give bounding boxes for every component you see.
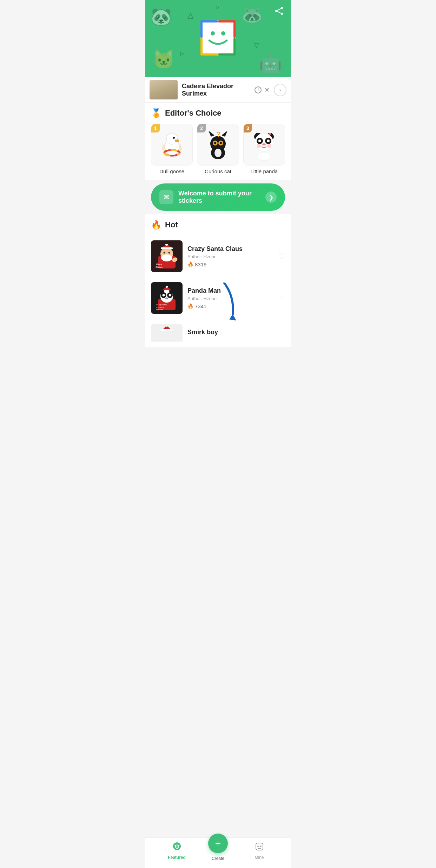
svg-text:Ready for my: Ready for my <box>156 304 167 306</box>
submit-text: Welcome to submit your stickers <box>178 190 260 205</box>
svg-point-20 <box>173 137 175 139</box>
editors-choice-icon: 🏅 <box>151 108 161 118</box>
ad-arrow-button[interactable]: › <box>274 84 286 96</box>
svg-point-18 <box>166 133 178 144</box>
svg-rect-12 <box>233 20 236 38</box>
deco-triangle-2: ▷ <box>180 51 184 56</box>
submit-banner[interactable]: ✉ Welcome to submit your stickers ❯ <box>151 183 285 211</box>
svg-rect-47 <box>161 247 173 249</box>
svg-rect-10 <box>200 20 203 38</box>
hot-score-icon-1: 🔥 <box>187 261 193 267</box>
heart-icon-1[interactable]: ♡ <box>278 252 285 261</box>
ad-close-icon[interactable]: ✕ <box>264 86 270 94</box>
ad-info-icon[interactable]: i <box>255 86 262 93</box>
svg-rect-8 <box>200 53 218 56</box>
hot-title-1: Crazy Santa Claus <box>187 245 273 253</box>
svg-rect-11 <box>200 38 203 56</box>
hot-item-3[interactable]: Smirk boy <box>151 319 285 342</box>
editors-choice-title: Editor's Choice <box>165 109 221 118</box>
svg-point-43 <box>258 152 270 161</box>
sticker-grid: 1 Dull goose <box>151 124 285 174</box>
hot-score-1: 🔥 8319 <box>187 261 273 267</box>
ad-title: Cadeira Elevador Surimex <box>182 83 250 97</box>
hot-thumb-1: Merry Christ... <box>151 240 183 272</box>
svg-marker-26 <box>222 131 227 137</box>
svg-line-4 <box>276 11 282 14</box>
svg-point-38 <box>258 140 261 142</box>
hot-item-1[interactable]: Merry Christ... Crazy Santa Claus Author… <box>151 235 285 277</box>
svg-point-40 <box>262 143 266 145</box>
hot-thumb-2: Ready for my Christmas present!! <box>151 282 183 314</box>
sticker-name-2: Curious cat <box>205 168 231 174</box>
svg-point-39 <box>267 140 270 142</box>
svg-point-15 <box>221 31 225 35</box>
sticker-thumb-2: 2 <box>197 124 239 166</box>
sticker-name-1: Dull goose <box>159 168 184 174</box>
svg-rect-9 <box>218 53 236 56</box>
editors-choice-header: 🏅 Editor's Choice <box>151 108 285 118</box>
header-banner: 🐼 △ ○ 🦝 🐱 ▷ 🤖 ▽ <box>145 0 291 77</box>
svg-point-29 <box>214 142 216 144</box>
hot-score-value-2: 7341 <box>195 303 206 309</box>
svg-point-50 <box>161 254 172 261</box>
hot-item-2[interactable]: Ready for my Christmas present!! Panda M… <box>151 277 285 319</box>
hot-score-icon-2: 🔥 <box>187 303 193 309</box>
svg-point-30 <box>220 142 222 144</box>
hot-info-3: Smirk boy <box>187 329 285 337</box>
app-logo <box>199 19 237 59</box>
svg-point-51 <box>164 252 165 254</box>
svg-text:♥: ♥ <box>268 131 272 137</box>
hot-author-2: Author: Hzone <box>187 296 273 301</box>
sticker-rank-3: 3 <box>244 124 252 132</box>
sticker-card-3[interactable]: 3 <box>243 124 285 174</box>
sticker-rank-2: 2 <box>197 124 206 132</box>
hot-score-value-1: 8319 <box>195 261 206 267</box>
svg-text:?: ? <box>216 130 220 138</box>
svg-marker-25 <box>209 131 214 137</box>
hot-title-3: Smirk boy <box>187 329 285 336</box>
hot-thumb-3 <box>151 324 183 342</box>
svg-point-32 <box>214 149 222 157</box>
heart-icon-2[interactable]: ♡ <box>278 293 285 303</box>
deco-cat: 🐱 <box>152 49 175 70</box>
hot-info-2: Panda Man Author: Hzone 🔥 7341 <box>187 287 273 309</box>
submit-arrow: ❯ <box>265 192 277 203</box>
hot-title: Hot <box>165 220 178 229</box>
ad-controls: i ✕ <box>255 86 270 94</box>
svg-point-52 <box>169 252 170 254</box>
sticker-name-3: Little panda <box>251 168 278 174</box>
deco-robot: 🤖 <box>259 52 282 74</box>
hot-score-2: 🔥 7341 <box>187 303 273 309</box>
deco-circle-1: ○ <box>216 4 219 11</box>
sticker-card-2[interactable]: 2 <box>197 124 239 174</box>
svg-rect-19 <box>175 140 179 142</box>
deco-panda-1: 🐼 <box>151 7 172 27</box>
svg-point-66 <box>165 298 168 299</box>
sticker-thumb-1: 1 <box>151 124 193 166</box>
sticker-card-1[interactable]: 1 Dull goose <box>151 124 193 174</box>
hot-icon: 🔥 <box>151 220 161 230</box>
hot-list: Merry Christ... Crazy Santa Claus Author… <box>151 235 285 342</box>
svg-text:Christ...: Christ... <box>156 266 164 268</box>
svg-point-14 <box>211 31 215 35</box>
svg-point-41 <box>257 144 261 148</box>
svg-text:Merry: Merry <box>156 263 162 265</box>
svg-line-3 <box>276 8 282 11</box>
ad-banner: Cadeira Elevador Surimex i ✕ › <box>145 77 291 103</box>
svg-rect-6 <box>200 20 218 22</box>
hot-section: 🔥 Hot <box>145 214 291 347</box>
svg-point-42 <box>267 144 271 148</box>
hot-info-1: Crazy Santa Claus Author: Hzone 🔥 8319 <box>187 245 273 267</box>
deco-triangle-1: △ <box>187 11 193 20</box>
svg-point-63 <box>169 294 171 297</box>
hot-header: 🔥 Hot <box>151 220 285 230</box>
svg-point-65 <box>166 286 168 288</box>
editors-choice-section: 🏅 Editor's Choice 1 <box>145 103 291 180</box>
svg-rect-13 <box>233 38 236 56</box>
sticker-thumb-3: 3 <box>243 124 285 166</box>
hot-title-2: Panda Man <box>187 287 273 294</box>
svg-point-62 <box>163 294 165 297</box>
sticker-rank-1: 1 <box>151 124 160 132</box>
share-button[interactable] <box>275 7 284 17</box>
deco-panda-2: 🦝 <box>242 5 263 25</box>
